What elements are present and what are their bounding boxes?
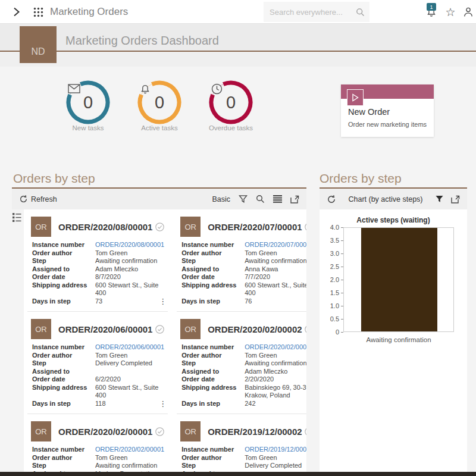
- field-value: Tom Green: [95, 352, 164, 360]
- field-label: Days in step: [32, 298, 95, 306]
- field-label: Instance number: [181, 446, 245, 454]
- field-label: Step: [32, 359, 95, 368]
- top-bar: Marketing Orders 1 ☆: [0, 0, 476, 24]
- field-value: 6/2/2020: [95, 375, 164, 384]
- order-card-fields: Instance numberORDER/2020/02/00001Order …: [31, 446, 164, 472]
- kpi-active-tasks[interactable]: 0: [137, 80, 182, 125]
- chart-view-label[interactable]: Chart (by active steps): [348, 195, 422, 203]
- list-menu-icon[interactable]: [273, 195, 282, 203]
- refresh-label: Refresh: [31, 195, 57, 203]
- kpi-value: 0: [65, 80, 111, 125]
- order-card[interactable]: OR ORDER/2019/12/00002 Instance numberOR…: [177, 419, 306, 472]
- order-card-title: ORDER/2020/02/00002: [208, 324, 302, 334]
- instance-number-link[interactable]: ORDER/2020/02/00002: [245, 343, 306, 352]
- order-card-header: OR ORDER/2019/12/00002: [180, 421, 306, 441]
- card-field-row: Assigned to: [32, 368, 164, 376]
- check-circle-icon[interactable]: [155, 223, 164, 231]
- instance-number-link[interactable]: ORDER/2020/07/00001: [245, 241, 306, 249]
- instance-number-link[interactable]: ORDER/2020/06/00001: [95, 343, 164, 352]
- check-circle-icon[interactable]: [155, 427, 164, 436]
- filter-filled-icon[interactable]: [435, 195, 444, 203]
- instance-number-link[interactable]: ORDER/2020/02/00001: [95, 446, 164, 454]
- field-value: 7/7/2020: [245, 273, 306, 281]
- chart-plot-area: [343, 227, 454, 332]
- orders-cards-panel: OR ORDER/2020/08/00001 Instance numberOR…: [24, 209, 306, 472]
- chart-toolbar: Chart (by active steps): [320, 189, 467, 209]
- order-card[interactable]: OR ORDER/2020/07/00001 Instance numberOR…: [177, 214, 306, 312]
- field-label: Assigned to: [32, 265, 95, 274]
- field-label: Step: [32, 462, 95, 470]
- field-value: Tom Green: [245, 249, 306, 258]
- kpi-value: 0: [208, 80, 253, 125]
- card-field-row: Instance numberORDER/2020/08/00001: [32, 241, 164, 249]
- chart-bar[interactable]: [361, 228, 438, 331]
- card-field-row: StepAwaiting confirmation: [32, 462, 164, 470]
- field-value: Delivery Completed: [95, 359, 164, 368]
- order-card[interactable]: OR ORDER/2020/08/00001 Instance numberOR…: [27, 214, 168, 312]
- card-field-row: StepDelivery Completed: [181, 462, 306, 470]
- field-value: Awaiting confirmation: [245, 359, 306, 368]
- field-value: [95, 368, 164, 376]
- field-label: Days in step: [181, 400, 245, 408]
- kpi-overdue-tasks[interactable]: 0: [208, 80, 253, 125]
- field-value: Babinskiego 69, 30-393 Krakow, Poland: [245, 384, 306, 400]
- field-label: Shipping address: [181, 281, 245, 298]
- card-field-row: Assigned toAnna Kawa: [181, 265, 306, 274]
- search-input[interactable]: [270, 8, 356, 17]
- field-label: Instance number: [32, 446, 95, 454]
- filter-icon[interactable]: [239, 195, 248, 203]
- expand-menu-button[interactable]: [10, 0, 24, 24]
- order-card[interactable]: OR ORDER/2020/06/00001 Instance numberOR…: [27, 317, 168, 414]
- kebab-menu-icon[interactable]: ⋮: [159, 298, 167, 305]
- field-label: Step: [32, 257, 95, 265]
- global-search[interactable]: [264, 2, 369, 22]
- search-icon[interactable]: [356, 8, 365, 17]
- refresh-button[interactable]: Refresh: [19, 195, 57, 203]
- kpi-label: Overdue tasks: [195, 124, 267, 131]
- app-launcher-button[interactable]: [31, 0, 45, 24]
- kebab-menu-icon[interactable]: ⋮: [159, 400, 167, 408]
- star-icon: ☆: [445, 5, 455, 19]
- check-circle-icon[interactable]: [305, 325, 306, 334]
- kpi-new-tasks[interactable]: 0: [65, 80, 111, 125]
- refresh-icon: [19, 195, 28, 203]
- field-label: Instance number: [32, 241, 95, 249]
- field-label: Days in step: [32, 400, 95, 408]
- refresh-icon[interactable]: [327, 195, 336, 204]
- field-value: Awaiting confirmation: [95, 257, 164, 265]
- notifications-button[interactable]: 1: [422, 0, 440, 24]
- view-selector-icon[interactable]: [12, 212, 21, 223]
- order-card-fields: Instance numberORDER/2020/08/00001Order …: [31, 241, 164, 305]
- order-card[interactable]: OR ORDER/2020/02/00002 Instance numberOR…: [177, 317, 306, 414]
- header-lower-band: [0, 52, 476, 67]
- open-in-new-icon[interactable]: [451, 195, 460, 203]
- field-label: Order author: [32, 352, 95, 360]
- search-icon[interactable]: [256, 195, 265, 203]
- field-label: Order author: [181, 249, 245, 258]
- check-circle-icon[interactable]: [305, 223, 306, 231]
- order-card-fields: Instance numberORDER/2019/12/00002Order …: [180, 446, 306, 472]
- order-card[interactable]: OR ORDER/2020/02/00001 Instance numberOR…: [27, 419, 168, 472]
- check-circle-icon[interactable]: [305, 427, 306, 436]
- order-type-badge: OR: [31, 421, 51, 441]
- new-order-tile[interactable]: New Order Order new marketing items: [341, 84, 434, 137]
- notification-count-badge: 1: [427, 3, 436, 11]
- y-tick-label: 2.5: [320, 262, 343, 271]
- instance-number-link[interactable]: ORDER/2020/08/00001: [95, 241, 164, 249]
- user-icon: [463, 7, 474, 17]
- field-value: 600 Stewart St., Suite 400: [95, 384, 164, 400]
- app-title: Marketing Orders: [50, 0, 128, 24]
- chart-y-axis: 4.03.53.02.52.01.51.00.50: [320, 223, 343, 336]
- card-field-row: Order authorTom Green: [181, 249, 306, 258]
- field-value: 600 Stewart St., Suite 400: [95, 281, 164, 298]
- field-value: 2/20/2020: [245, 375, 306, 384]
- field-value: 73: [95, 298, 164, 306]
- profile-button[interactable]: [461, 0, 476, 24]
- view-mode-label[interactable]: Basic: [212, 195, 230, 203]
- favorites-button[interactable]: ☆: [443, 0, 458, 24]
- instance-number-link[interactable]: ORDER/2019/12/00002: [245, 446, 306, 454]
- orders-section-heading: Orders by step: [13, 171, 95, 186]
- order-card-title: ORDER/2020/06/00001: [58, 324, 153, 334]
- open-in-new-icon[interactable]: [290, 195, 299, 203]
- check-circle-icon[interactable]: [155, 325, 164, 334]
